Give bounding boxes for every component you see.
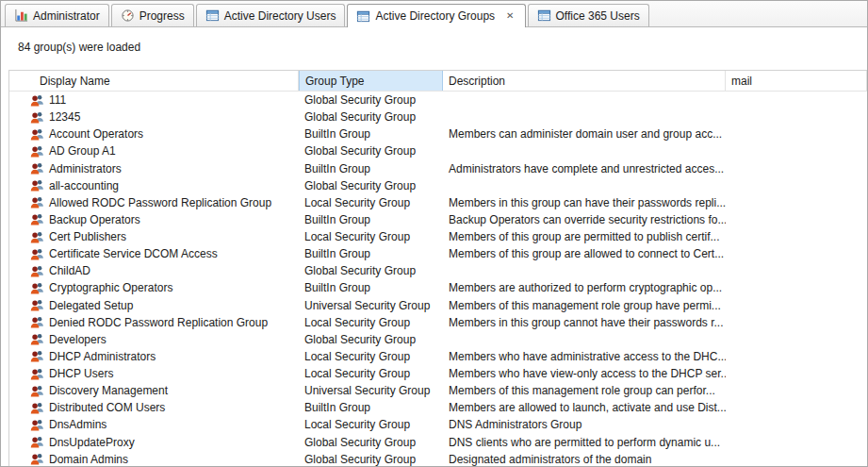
group-icon <box>30 418 44 432</box>
group-name-text: Allowed RODC Password Replication Group <box>49 194 271 211</box>
progress-gauge-icon <box>121 8 135 23</box>
cell-group-type: Global Security Group <box>299 331 443 348</box>
tab-label: Office 365 Users <box>556 9 640 23</box>
group-name-text: Backup Operators <box>49 211 140 228</box>
group-name-text: Domain Admins <box>49 451 128 466</box>
tab-label: Administrator <box>33 9 100 23</box>
group-icon <box>30 367 44 381</box>
table-row[interactable]: Delegated SetupUniversal Security GroupM… <box>9 297 867 314</box>
group-name-text: Administrators <box>49 160 122 177</box>
tab-label: Active Directory Groups <box>375 9 495 23</box>
cell-display-name: Allowed RODC Password Replication Group <box>9 194 299 211</box>
cell-display-name: DHCP Administrators <box>9 348 299 365</box>
cell-group-type: Global Security Group <box>299 262 443 279</box>
column-header-mail[interactable]: mail <box>726 71 867 91</box>
tab-progress[interactable]: Progress <box>111 4 194 26</box>
cell-display-name: DnsUpdateProxy <box>9 434 299 451</box>
tab-administrator[interactable]: Administrator <box>5 4 109 26</box>
table-row[interactable]: Denied RODC Password Replication GroupLo… <box>9 314 867 331</box>
group-icon <box>30 161 44 175</box>
cell-display-name: Account Operators <box>9 125 299 142</box>
cell-description: Administrators have complete and unrestr… <box>443 160 726 177</box>
table-row[interactable]: Distributed COM UsersBuiltIn GroupMember… <box>9 399 867 416</box>
cell-group-type: Global Security Group <box>299 108 443 125</box>
group-name-text: Developers <box>49 331 106 348</box>
group-name-text: Denied RODC Password Replication Group <box>49 314 268 331</box>
table-row[interactable]: Certificate Service DCOM AccessBuiltIn G… <box>9 245 867 262</box>
table-header-row: Display Name Group Type Description mail <box>9 71 867 92</box>
group-name-text: DHCP Users <box>49 365 113 382</box>
table-row[interactable]: DevelopersGlobal Security Group <box>9 331 867 348</box>
cell-description: Members are allowed to launch, activate … <box>443 399 726 416</box>
cell-description: Members can administer domain user and g… <box>443 125 726 142</box>
table-list-icon <box>537 8 551 23</box>
cell-description: DNS clients who are permitted to perform… <box>443 434 726 451</box>
cell-display-name: Denied RODC Password Replication Group <box>9 314 299 331</box>
column-header-group-type[interactable]: Group Type <box>299 71 443 91</box>
tab-label: Active Directory Users <box>224 9 336 23</box>
tab-bar: Administrator Progress Active Directory … <box>1 1 867 27</box>
group-name-text: 111 <box>49 92 66 108</box>
table-row[interactable]: Discovery ManagementUniversal Security G… <box>9 382 867 399</box>
table-row[interactable]: DHCP AdministratorsLocal Security GroupM… <box>9 348 867 365</box>
cell-group-type: Local Security Group <box>299 365 443 382</box>
group-icon <box>30 315 44 329</box>
group-name-text: DnsUpdateProxy <box>49 434 135 451</box>
group-icon <box>30 247 44 261</box>
column-header-display-name[interactable]: Display Name <box>9 71 299 91</box>
group-icon <box>30 264 44 278</box>
cell-group-type: BuiltIn Group <box>299 399 443 416</box>
tab-active-directory-users[interactable]: Active Directory Users <box>196 4 346 26</box>
status-text: 84 group(s) were loaded <box>1 27 867 54</box>
table-row[interactable]: AD Group A1Global Security Group <box>9 142 867 159</box>
group-icon <box>30 298 44 312</box>
table-row[interactable]: Account OperatorsBuiltIn GroupMembers ca… <box>9 125 867 142</box>
cell-group-type: Local Security Group <box>299 194 443 211</box>
table-row[interactable]: all-accountingGlobal Security Group <box>9 177 867 194</box>
cell-display-name: Cryptographic Operators <box>9 279 299 296</box>
table-row[interactable]: ChildADGlobal Security Group <box>9 262 867 279</box>
column-header-description[interactable]: Description <box>443 71 726 91</box>
cell-display-name: Delegated Setup <box>9 297 299 314</box>
table-row[interactable]: Cert PublishersLocal Security GroupMembe… <box>9 228 867 245</box>
cell-group-type: Local Security Group <box>299 416 443 433</box>
cell-group-type: Global Security Group <box>299 451 443 466</box>
group-icon <box>30 212 44 226</box>
group-icon <box>30 401 44 415</box>
table-row[interactable]: Allowed RODC Password Replication GroupL… <box>9 194 867 211</box>
cell-display-name: DnsAdmins <box>9 416 299 433</box>
cell-group-type: Global Security Group <box>299 92 443 108</box>
cell-display-name: 12345 <box>9 108 299 125</box>
cell-description: Members are authorized to perform crypto… <box>443 279 726 296</box>
table-list-icon <box>356 9 370 24</box>
cell-description: Members of this group are allowed to con… <box>443 245 726 262</box>
table-row[interactable]: DHCP UsersLocal Security GroupMembers wh… <box>9 365 867 382</box>
group-icon <box>30 230 44 244</box>
group-name-text: Cryptographic Operators <box>49 279 172 296</box>
cell-group-type: BuiltIn Group <box>299 279 443 296</box>
cell-description: Members of this group are permitted to p… <box>443 228 726 245</box>
group-icon <box>30 452 44 466</box>
tab-active-directory-groups[interactable]: Active Directory Groups ✕ <box>347 4 525 27</box>
cell-display-name: 111 <box>9 92 299 108</box>
table-row[interactable]: DnsAdminsLocal Security GroupDNS Adminis… <box>9 416 867 433</box>
cell-description: Members in this group can have their pas… <box>443 194 726 211</box>
table-row[interactable]: Cryptographic OperatorsBuiltIn GroupMemb… <box>9 279 867 296</box>
cell-description: Members of this management role group ca… <box>443 382 726 399</box>
table-row[interactable]: AdministratorsBuiltIn GroupAdministrator… <box>9 160 867 177</box>
close-tab-icon[interactable]: ✕ <box>504 10 516 22</box>
table-row[interactable]: Domain AdminsGlobal Security GroupDesign… <box>9 451 867 466</box>
cell-display-name: DHCP Users <box>9 365 299 382</box>
cell-group-type: Local Security Group <box>299 348 443 365</box>
table-row[interactable]: 12345Global Security Group <box>9 108 867 125</box>
table-row[interactable]: DnsUpdateProxyGlobal Security GroupDNS c… <box>9 434 867 451</box>
group-icon <box>30 435 44 449</box>
table-row[interactable]: 111Global Security Group <box>9 92 867 108</box>
group-icon <box>30 178 44 192</box>
cell-group-type: Universal Security Group <box>299 382 443 399</box>
group-icon <box>30 281 44 295</box>
tab-office-365-users[interactable]: Office 365 Users <box>528 4 649 26</box>
group-name-text: Certificate Service DCOM Access <box>49 245 218 262</box>
table-row[interactable]: Backup OperatorsBuiltIn GroupBackup Oper… <box>9 211 867 228</box>
app-window: { "tabs": [ { "label": "Administrator" }… <box>0 0 868 467</box>
